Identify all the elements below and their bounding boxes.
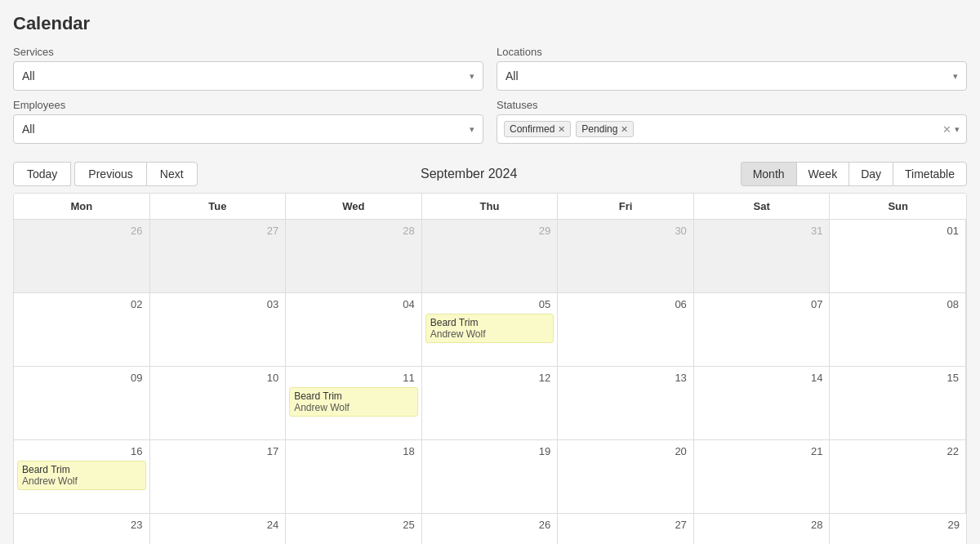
cal-cell-27[interactable]: 27	[558, 514, 694, 544]
today-button[interactable]: Today	[13, 162, 71, 186]
cal-cell-08[interactable]: 08	[830, 293, 966, 367]
cal-cell-05[interactable]: 05Beard TrimAndrew Wolf	[422, 293, 559, 367]
cal-cell-31[interactable]: 31	[694, 220, 831, 293]
cal-cell-17[interactable]: 17	[150, 440, 287, 514]
cal-date-number: 05	[425, 297, 555, 312]
cal-date-number: 20	[561, 444, 690, 459]
locations-select[interactable]: All ▾	[497, 61, 967, 91]
cal-date-number: 11	[289, 370, 418, 386]
cal-cell-22[interactable]: 22	[830, 440, 966, 514]
cal-cell-14[interactable]: 14	[694, 367, 831, 440]
toolbar-right: Month Week Day Timetable	[741, 162, 967, 186]
cal-cell-04[interactable]: 04	[286, 293, 422, 367]
view-month-button[interactable]: Month	[741, 162, 796, 186]
statuses-clear-icon[interactable]: ✕	[942, 123, 951, 136]
cal-date-number: 15	[833, 370, 962, 386]
cal-cell-26[interactable]: 26	[14, 220, 150, 293]
cal-header-tue: Tue	[150, 194, 287, 220]
employees-chevron-icon: ▾	[470, 124, 474, 135]
cal-cell-30[interactable]: 30	[558, 220, 694, 293]
statuses-actions: ✕ ▾	[942, 123, 960, 136]
employees-select[interactable]: All ▾	[13, 114, 483, 144]
services-filter-group: Services All ▾	[13, 46, 483, 91]
locations-label: Locations	[497, 46, 967, 58]
cal-date-number: 19	[425, 444, 555, 459]
cal-cell-24[interactable]: 24	[150, 514, 287, 544]
cal-date-number: 24	[154, 517, 283, 533]
next-button[interactable]: Next	[146, 162, 198, 186]
event-title: Beard Trim	[22, 464, 141, 475]
locations-filter-group: Locations All ▾	[497, 46, 967, 91]
view-timetable-button[interactable]: Timetable	[893, 162, 967, 186]
cal-cell-20[interactable]: 20	[558, 440, 694, 514]
cal-cell-15[interactable]: 15	[830, 367, 966, 440]
cal-cell-26[interactable]: 26	[422, 514, 559, 544]
cal-cell-18[interactable]: 18	[286, 440, 422, 514]
cal-cell-07[interactable]: 07	[694, 293, 831, 367]
cal-cell-06[interactable]: 06	[558, 293, 694, 367]
calendar-title: September 2024	[198, 167, 741, 181]
cal-cell-10[interactable]: 10	[150, 367, 287, 440]
cal-cell-16[interactable]: 16Beard TrimAndrew Wolf	[14, 440, 150, 514]
cal-cell-28[interactable]: 28	[694, 514, 831, 544]
cal-cell-29[interactable]: 29	[422, 220, 559, 293]
cal-date-number: 27	[561, 517, 690, 533]
cal-date-number: 29	[425, 223, 555, 239]
calendar-event[interactable]: Beard TrimAndrew Wolf	[425, 314, 555, 343]
statuses-select[interactable]: Confirmed ✕ Pending ✕ ✕ ▾	[497, 114, 967, 144]
cal-cell-12[interactable]: 12	[422, 367, 559, 440]
cal-date-number: 12	[425, 370, 555, 386]
status-pending-text: Pending	[581, 123, 617, 135]
cal-date-number: 18	[289, 444, 418, 459]
cal-date-number: 30	[561, 223, 690, 239]
cal-cell-09[interactable]: 09	[14, 367, 150, 440]
cal-cell-27[interactable]: 27	[150, 220, 287, 293]
statuses-filter-group: Statuses Confirmed ✕ Pending ✕ ✕ ▾	[497, 99, 967, 144]
cal-date-number: 14	[697, 370, 826, 386]
view-day-button[interactable]: Day	[849, 162, 893, 186]
services-chevron-icon: ▾	[470, 71, 474, 82]
event-title: Beard Trim	[294, 390, 413, 402]
status-tag-pending: Pending ✕	[576, 121, 634, 137]
cal-date-number: 13	[561, 370, 690, 386]
cal-cell-21[interactable]: 21	[694, 440, 831, 514]
status-tag-confirmed: Confirmed ✕	[504, 121, 571, 137]
cal-date-number: 06	[561, 297, 690, 312]
status-confirmed-text: Confirmed	[510, 123, 555, 135]
cal-header-sat: Sat	[694, 194, 831, 220]
cal-date-number: 25	[289, 517, 418, 533]
cal-cell-29[interactable]: 29	[830, 514, 966, 544]
app-container: Calendar Services All ▾ Locations All ▾ …	[0, 0, 980, 544]
cal-date-number: 09	[17, 370, 146, 386]
calendar-event[interactable]: Beard TrimAndrew Wolf	[289, 387, 418, 417]
calendar-event[interactable]: Beard TrimAndrew Wolf	[17, 461, 146, 490]
status-confirmed-close-icon[interactable]: ✕	[558, 124, 565, 135]
status-pending-close-icon[interactable]: ✕	[621, 124, 628, 135]
filter-row-1: Services All ▾ Locations All ▾	[13, 46, 967, 91]
toolbar: Today Previous Next September 2024 Month…	[13, 155, 967, 193]
cal-cell-25[interactable]: 25	[286, 514, 422, 544]
cal-cell-19[interactable]: 19	[422, 440, 559, 514]
cal-date-number: 26	[17, 223, 146, 239]
cal-cell-01[interactable]: 01	[830, 220, 966, 293]
cal-date-number: 23	[17, 517, 146, 533]
cal-cell-28[interactable]: 28	[286, 220, 422, 293]
previous-button[interactable]: Previous	[74, 162, 145, 186]
cal-cell-11[interactable]: 11Beard TrimAndrew Wolf	[286, 367, 422, 440]
statuses-label: Statuses	[497, 99, 967, 111]
cal-cell-13[interactable]: 13	[558, 367, 694, 440]
cal-date-number: 04	[289, 297, 418, 312]
cal-cell-23[interactable]: 23	[14, 514, 150, 544]
cal-cell-03[interactable]: 03	[150, 293, 287, 367]
calendar: MonTueWedThuFriSatSun 262728293031010203…	[13, 193, 967, 544]
view-week-button[interactable]: Week	[796, 162, 849, 186]
cal-date-number: 21	[697, 444, 826, 459]
services-value: All	[22, 69, 35, 82]
cal-cell-02[interactable]: 02	[14, 293, 150, 367]
cal-date-number: 31	[697, 223, 826, 239]
cal-header-thu: Thu	[422, 194, 559, 220]
cal-date-number: 29	[833, 517, 963, 533]
services-select[interactable]: All ▾	[13, 61, 483, 91]
cal-date-number: 08	[833, 297, 962, 312]
locations-chevron-icon: ▾	[953, 71, 958, 82]
